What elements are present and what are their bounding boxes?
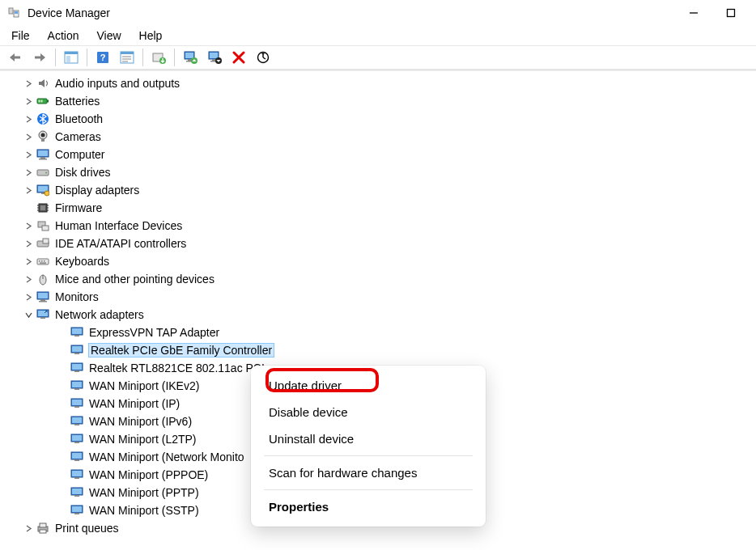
help-button[interactable]: ? <box>92 48 113 67</box>
ctx-properties[interactable]: Properties <box>254 493 482 520</box>
tree-node-hid[interactable]: Human Interface Devices <box>0 217 756 235</box>
camera-icon <box>36 129 50 144</box>
svg-rect-41 <box>39 159 47 160</box>
svg-point-36 <box>41 133 45 138</box>
network-adapter-icon <box>70 396 84 411</box>
svg-rect-57 <box>42 226 49 231</box>
network-adapter-icon <box>70 379 84 393</box>
minimize-button[interactable] <box>675 1 712 25</box>
scan-hardware-button[interactable] <box>253 48 274 67</box>
chevron-right-icon[interactable] <box>23 238 34 249</box>
svg-rect-68 <box>38 293 48 298</box>
svg-point-43 <box>45 172 47 174</box>
tree-node-firmware[interactable]: Firmware <box>0 199 756 217</box>
properties-button[interactable] <box>117 48 138 67</box>
menu-view[interactable]: View <box>88 28 129 44</box>
display-adapter-icon <box>36 183 50 197</box>
svg-rect-46 <box>41 192 45 194</box>
svg-rect-85 <box>74 388 79 390</box>
monitor-icon <box>36 290 50 304</box>
context-menu[interactable]: Update driver Disable device Uninstall d… <box>251 366 486 527</box>
tree-label: Realtek PCIe GbE Family Controller <box>89 344 274 357</box>
toolbar-separator <box>55 49 56 66</box>
svg-rect-49 <box>40 205 45 210</box>
ctx-scan-hardware[interactable]: Scan for hardware changes <box>254 459 482 486</box>
update-driver-button[interactable] <box>148 48 169 67</box>
svg-rect-108 <box>40 523 46 527</box>
chevron-right-icon[interactable] <box>23 95 34 107</box>
monitor-icon <box>36 147 50 162</box>
chevron-right-icon[interactable] <box>23 220 34 231</box>
chevron-right-icon[interactable] <box>23 184 34 196</box>
menu-help[interactable]: Help <box>131 28 171 44</box>
tree-label: Display adapters <box>55 184 139 197</box>
chevron-right-icon[interactable] <box>23 167 34 178</box>
tree-node-network-child-selected[interactable]: Realtek PCIe GbE Family Controller <box>0 341 756 359</box>
chevron-right-icon[interactable] <box>23 522 34 534</box>
tree-node-bluetooth[interactable]: Bluetooth <box>0 110 756 128</box>
chevron-right-icon[interactable] <box>23 256 34 267</box>
svg-rect-63 <box>44 260 45 262</box>
network-adapter-icon <box>70 485 84 500</box>
svg-rect-97 <box>74 459 79 461</box>
svg-rect-8 <box>65 52 78 54</box>
chip-icon <box>36 201 50 215</box>
svg-rect-0 <box>9 8 13 14</box>
tree-label: ExpressVPN TAP Adapter <box>89 326 219 339</box>
tree-node-monitors[interactable]: Monitors <box>0 288 756 306</box>
device-manager-icon <box>6 6 21 20</box>
tree-node-keyboards[interactable]: Keyboards <box>0 252 756 270</box>
svg-rect-32 <box>39 100 40 103</box>
svg-point-47 <box>45 191 49 196</box>
chevron-right-icon[interactable] <box>23 131 34 142</box>
back-button[interactable] <box>5 48 26 67</box>
ctx-disable-device[interactable]: Disable device <box>254 399 482 425</box>
ctx-update-driver[interactable]: Update driver <box>254 372 482 399</box>
chevron-down-icon[interactable] <box>23 309 34 320</box>
network-adapter-icon <box>70 468 84 482</box>
tree-node-disk[interactable]: Disk drives <box>0 163 756 181</box>
chevron-right-icon[interactable] <box>23 273 34 285</box>
svg-rect-9 <box>66 56 70 62</box>
svg-rect-2 <box>15 11 18 14</box>
context-menu-separator <box>264 489 473 490</box>
tree-label: Batteries <box>55 95 100 108</box>
tree-node-ide[interactable]: IDE ATA/ATAPI controllers <box>0 235 756 252</box>
svg-rect-61 <box>39 260 40 262</box>
chevron-right-icon[interactable] <box>23 113 34 125</box>
disable-device-button[interactable] <box>204 48 225 67</box>
tree-node-display[interactable]: Display adapters <box>0 181 756 199</box>
svg-rect-88 <box>74 406 79 408</box>
show-hide-tree-button[interactable] <box>61 48 82 67</box>
tree-label: WAN Miniport (IPv6) <box>89 415 192 428</box>
network-adapter-icon <box>70 432 84 446</box>
network-adapter-icon <box>70 450 84 464</box>
tree-label: WAN Miniport (PPTP) <box>89 486 199 499</box>
menu-action[interactable]: Action <box>40 28 87 44</box>
uninstall-device-button[interactable] <box>228 48 249 67</box>
svg-rect-76 <box>74 335 79 336</box>
svg-rect-40 <box>40 157 45 159</box>
tree-node-network-adapters[interactable]: Network adapters <box>0 306 756 324</box>
maximize-button[interactable] <box>712 1 750 25</box>
chevron-right-icon[interactable] <box>23 291 34 302</box>
mouse-icon <box>36 272 50 286</box>
tree-label: Disk drives <box>55 166 110 179</box>
tree-node-audio[interactable]: Audio inputs and outputs <box>0 74 756 92</box>
tree-node-mice[interactable]: Mice and other pointing devices <box>0 270 756 288</box>
svg-rect-78 <box>72 346 82 352</box>
tree-node-computer[interactable]: Computer <box>0 146 756 163</box>
network-adapter-icon <box>70 414 84 429</box>
tree-node-batteries[interactable]: Batteries <box>0 92 756 110</box>
enable-device-button[interactable] <box>180 48 201 67</box>
forward-button[interactable] <box>29 48 50 67</box>
titlebar: Device Manager <box>0 0 756 26</box>
chevron-right-icon[interactable] <box>23 78 34 89</box>
svg-rect-75 <box>72 328 82 334</box>
tree-node-network-child[interactable]: ExpressVPN TAP Adapter <box>0 324 756 341</box>
chevron-right-icon[interactable] <box>23 149 34 160</box>
ctx-uninstall-device[interactable]: Uninstall device <box>254 425 482 452</box>
tree-node-cameras[interactable]: Cameras <box>0 128 756 146</box>
bluetooth-icon <box>36 112 50 126</box>
menu-file[interactable]: File <box>3 28 38 44</box>
